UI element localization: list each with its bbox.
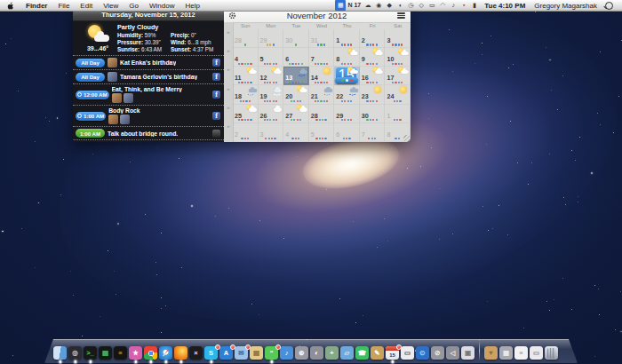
wifi-icon[interactable]: ◠ — [437, 0, 448, 11]
event-row-partial[interactable]: RED | JEFF MEC @ AURA WEDS NOV — [73, 140, 224, 142]
calendar-day-3[interactable]: 3 — [385, 29, 411, 48]
event-row[interactable]: 1:00 AMBody Rockf — [73, 106, 224, 127]
calendar-day-25[interactable]: 25 — [233, 105, 259, 123]
calendar-day-28[interactable]: 28 — [309, 105, 335, 123]
calendar-day-9[interactable]: 9 — [360, 48, 386, 67]
notification-count[interactable]: N 17 — [346, 0, 363, 11]
calendar-day-4[interactable]: 4 — [283, 123, 309, 142]
calendar-day-19[interactable]: 19 — [259, 85, 284, 104]
clock-icon[interactable]: ◷ — [405, 0, 416, 11]
display-icon[interactable]: ▭ — [427, 0, 437, 11]
dock-icon-no-camera[interactable]: ⊘ — [431, 346, 444, 360]
dock-icon-lens-app[interactable]: ◎ — [68, 346, 82, 360]
dock-icon-mail[interactable]: ✉ — [235, 346, 248, 360]
dock-icon-trash[interactable] — [545, 346, 558, 360]
calendar-day-13[interactable]: 13 — [283, 67, 309, 85]
menu-user[interactable]: Gregory Magarshak — [530, 2, 602, 10]
calendar-day-11[interactable]: 11 — [233, 67, 259, 85]
calendar-day-29[interactable]: 29 — [259, 29, 284, 48]
calendar-day-21[interactable]: 21 — [309, 85, 335, 104]
calendar-day-12[interactable]: 12 — [259, 67, 284, 85]
dock-icon-chrome[interactable] — [144, 346, 157, 360]
week-collapse-chevron[interactable]: « — [225, 105, 232, 110]
dock-icon-quicktime[interactable]: × — [189, 346, 203, 360]
apple-menu-icon[interactable] — [7, 2, 14, 10]
widget-calendar-icon[interactable]: ▦ — [335, 0, 346, 11]
dock-icon-document[interactable]: ≡ — [514, 346, 528, 360]
dock-icon-calendar[interactable]: 15 — [386, 346, 399, 360]
menu-window[interactable]: Window — [144, 2, 179, 10]
calendar-day-29[interactable]: 29 — [334, 105, 360, 123]
volume-icon[interactable]: ♪ — [448, 0, 459, 11]
menu-edit[interactable]: Edit — [75, 2, 98, 10]
dock-icon-code-window[interactable]: ▤ — [99, 346, 112, 360]
dock-icon-downloads-folder[interactable]: ▼ — [484, 346, 498, 360]
calendar-day-7[interactable]: 7 — [360, 123, 386, 142]
calendar-day-18[interactable]: 18 — [233, 85, 259, 104]
bluetooth-icon[interactable]: ◇ — [416, 0, 427, 11]
battery-icon[interactable]: ▮ — [469, 0, 480, 11]
spotlight-icon[interactable] — [605, 2, 613, 10]
menu-go[interactable]: Go — [124, 2, 144, 10]
event-row[interactable]: All DayTamara Gerlovin's birthdayf — [73, 70, 224, 84]
dock-icon-utility-clock[interactable]: ◐ — [310, 346, 323, 360]
dock-icon-itunes[interactable]: ♪ — [280, 346, 293, 360]
dock-icon-stickies[interactable]: ▤ — [250, 346, 263, 360]
calendar-day-23[interactable]: 23 — [360, 85, 386, 104]
cloud-icon[interactable]: ☁ — [363, 0, 373, 11]
headset-icon[interactable]: ◖ — [395, 0, 405, 11]
event-row[interactable]: 12:00 AMEat, Think, and Be Merryf — [73, 84, 224, 106]
menu-clock[interactable]: Tue 4:10 PM — [480, 2, 530, 10]
calendar-day-31[interactable]: 31 — [309, 29, 335, 48]
dock-icon-photos-stack[interactable]: ▣ — [461, 346, 474, 360]
resize-grip[interactable] — [403, 135, 410, 141]
calendar-day-24[interactable]: 24 — [385, 85, 411, 104]
dock-icon-messages[interactable]: “ — [265, 346, 278, 360]
dock-icon-app-store[interactable]: A — [219, 346, 233, 360]
gear-icon[interactable] — [228, 12, 236, 20]
dock-icon-skype[interactable]: S — [204, 346, 218, 360]
calendar-day-2[interactable]: 2 — [360, 29, 386, 48]
dock-icon-folder-blue[interactable]: ▱ — [340, 346, 354, 360]
menu-view[interactable]: View — [98, 2, 124, 10]
week-collapse-chevron[interactable]: « — [225, 48, 232, 53]
calendar-day-28[interactable]: 28 — [233, 29, 259, 48]
dock-icon-facetime[interactable]: ☎ — [355, 346, 369, 360]
calendar-day-15[interactable]: 15 — [334, 67, 360, 85]
dock-icon-terminal[interactable]: >_ — [84, 346, 97, 360]
week-collapse-chevron[interactable]: « — [225, 67, 232, 72]
wrench-icon[interactable]: ◆ — [384, 0, 395, 11]
calendar-day-6[interactable]: 6 — [334, 123, 360, 142]
calendar-day-14[interactable]: 14 — [309, 67, 335, 85]
dock-icon-compose[interactable]: ✎ — [371, 346, 384, 360]
calendar-day-1[interactable]: 1 — [334, 29, 360, 48]
week-collapse-chevron[interactable]: « — [225, 123, 232, 129]
calendar-day-1[interactable]: 1 — [385, 105, 411, 123]
dock-icon-safari[interactable] — [159, 346, 172, 360]
calendar-day-17[interactable]: 17 — [385, 67, 411, 85]
event-row[interactable]: All DayKat Enka's birthdayf — [73, 56, 224, 70]
dock-icon-green-utility[interactable]: + — [325, 346, 339, 360]
dock-icon-finder[interactable] — [53, 346, 67, 360]
menu-help[interactable]: Help — [179, 2, 204, 10]
calendar-day-4[interactable]: 4 — [233, 48, 259, 67]
calendar-day-5[interactable]: 5 — [259, 48, 284, 67]
calendar-day-7[interactable]: 7 — [309, 48, 335, 67]
dock-icon-firefox[interactable] — [174, 346, 187, 360]
calendar-day-22[interactable]: 22 — [334, 85, 360, 104]
calendar-day-2[interactable]: 2 — [233, 123, 259, 142]
calendar-day-30[interactable]: 30 — [360, 105, 386, 123]
calendar-day-6[interactable]: 6 — [283, 48, 309, 67]
calendar-day-26[interactable]: 26 — [259, 105, 284, 123]
dock-icon-window-file[interactable]: ▭ — [530, 346, 543, 360]
menu-finder[interactable]: Finder — [20, 2, 52, 10]
red-app-icon[interactable]: ▪ — [459, 0, 469, 11]
dock-icon-speaker-utility[interactable]: ◁ — [446, 346, 459, 360]
dock-icon-globe-app[interactable]: ⊙ — [416, 346, 429, 360]
calendar-day-5[interactable]: 5 — [309, 123, 335, 142]
colorsync-icon[interactable]: ◉ — [373, 0, 384, 11]
calendar-day-30[interactable]: 30 — [283, 29, 309, 48]
dock-icon-tv-app[interactable]: ▭ — [401, 346, 414, 360]
dock-icon-archive-folder[interactable]: ▦ — [499, 346, 513, 360]
week-collapse-chevron[interactable]: « — [225, 29, 232, 35]
